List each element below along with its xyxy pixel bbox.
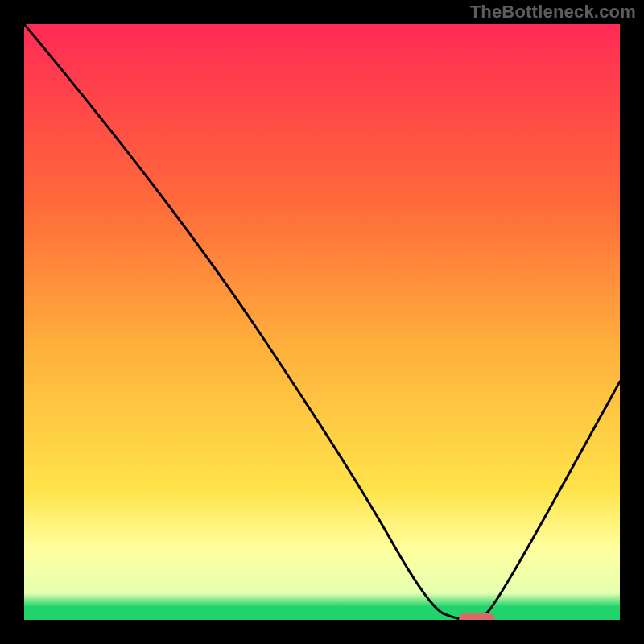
- green-baseline: [24, 611, 620, 620]
- chart-frame: TheBottleneck.com: [0, 0, 644, 644]
- optimum-marker: [459, 613, 494, 620]
- bottleneck-chart: [24, 24, 620, 620]
- gradient-background: [24, 24, 620, 620]
- attribution-text: TheBottleneck.com: [470, 2, 636, 23]
